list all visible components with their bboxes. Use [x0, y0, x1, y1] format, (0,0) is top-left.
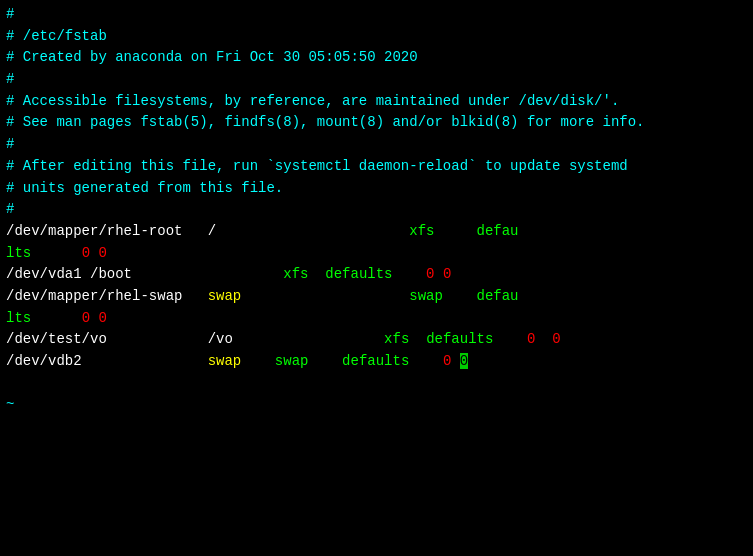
fstab-line-7: # — [6, 134, 747, 156]
fstab-line-1: # — [6, 4, 747, 26]
fstab-line-10: # — [6, 199, 747, 221]
fstab-entry-vda1: /dev/vda1 /boot xfs defaults 0 0 — [6, 264, 747, 286]
fstab-line-4: # — [6, 69, 747, 91]
fstab-line-9: # units generated from this file. — [6, 178, 747, 200]
empty-line — [6, 373, 747, 395]
fstab-line-6: # See man pages fstab(5), findfs(8), mou… — [6, 112, 747, 134]
fstab-entry-testvo: /dev/test/vo /vo xfs defaults 0 0 — [6, 329, 747, 351]
fstab-entry-vdb2: /dev/vdb2 swap swap defaults 0 0 — [6, 351, 747, 373]
terminal-window: # # /etc/fstab # Created by anaconda on … — [6, 4, 747, 552]
fstab-entry-root-line1: /dev/mapper/rhel-root / xfs defau — [6, 221, 747, 243]
fstab-entry-root-line2: lts 0 0 — [6, 243, 747, 265]
fstab-entry-swap-line1: /dev/mapper/rhel-swap swap swap defau — [6, 286, 747, 308]
fstab-line-8: # After editing this file, run `systemct… — [6, 156, 747, 178]
cursor: 0 — [460, 353, 468, 369]
tilde-line: ~ — [6, 394, 747, 416]
fstab-line-3: # Created by anaconda on Fri Oct 30 05:0… — [6, 47, 747, 69]
fstab-line-5: # Accessible filesystems, by reference, … — [6, 91, 747, 113]
fstab-entry-swap-line2: lts 0 0 — [6, 308, 747, 330]
fstab-line-2: # /etc/fstab — [6, 26, 747, 48]
